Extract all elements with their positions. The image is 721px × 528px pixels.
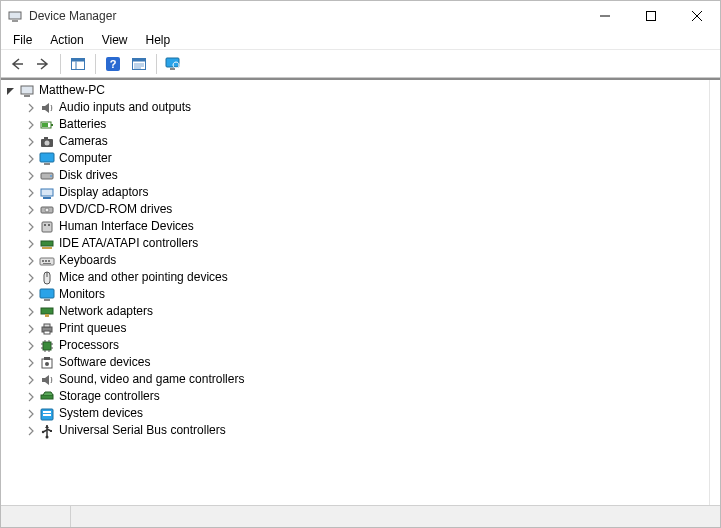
caret-right-icon[interactable] <box>25 187 37 199</box>
minimize-button[interactable] <box>582 1 628 31</box>
tree-node[interactable]: Disk drives <box>25 167 705 184</box>
svg-rect-43 <box>43 263 51 264</box>
caret-right-icon[interactable] <box>25 221 37 233</box>
svg-rect-47 <box>44 299 50 301</box>
caret-right-icon[interactable] <box>25 136 37 148</box>
caret-right-icon[interactable] <box>25 391 37 403</box>
caret-right-icon[interactable] <box>25 340 37 352</box>
toolbar-show-hide-tree-button[interactable] <box>66 53 90 75</box>
toolbar-back-button[interactable] <box>5 53 29 75</box>
toolbar-forward-button[interactable] <box>31 53 55 75</box>
toolbar-properties-button[interactable] <box>127 53 151 75</box>
window-title: Device Manager <box>29 9 116 23</box>
tree-node[interactable]: Monitors <box>25 286 705 303</box>
maximize-button[interactable] <box>628 1 674 31</box>
caret-right-icon[interactable] <box>25 272 37 284</box>
caret-right-icon[interactable] <box>25 357 37 369</box>
tree-node[interactable]: IDE ATA/ATAPI controllers <box>25 235 705 252</box>
ide-icon <box>39 236 55 252</box>
toolbar-help-button[interactable]: ? <box>101 53 125 75</box>
svg-rect-51 <box>44 324 50 327</box>
svg-point-71 <box>42 430 44 432</box>
tree-node-label: Software devices <box>59 354 150 371</box>
tree-node[interactable]: System devices <box>25 405 705 422</box>
svg-rect-7 <box>72 58 85 61</box>
tree-node[interactable]: Network adapters <box>25 303 705 320</box>
tree-node[interactable]: Keyboards <box>25 252 705 269</box>
content-area: Matthew-PC Audio inputs and outputsBatte… <box>1 78 720 505</box>
battery-icon <box>39 117 55 133</box>
system-icon <box>39 406 55 422</box>
caret-right-icon[interactable] <box>25 255 37 267</box>
caret-right-icon[interactable] <box>25 374 37 386</box>
device-manager-window: Device Manager File Action View Help ? <box>0 0 721 528</box>
tree-node[interactable]: Sound, video and game controllers <box>25 371 705 388</box>
caret-right-icon[interactable] <box>25 238 37 250</box>
caret-right-icon[interactable] <box>25 204 37 216</box>
svg-point-70 <box>46 435 49 438</box>
svg-rect-40 <box>42 260 44 262</box>
tree-node[interactable]: Mice and other pointing devices <box>25 269 705 286</box>
svg-rect-63 <box>44 357 50 360</box>
properties-icon <box>131 56 147 72</box>
caret-right-icon[interactable] <box>25 153 37 165</box>
tree-node[interactable]: Display adaptors <box>25 184 705 201</box>
tree-node[interactable]: Storage controllers <box>25 388 705 405</box>
tree-node-label: Keyboards <box>59 252 116 269</box>
tree-node[interactable]: Software devices <box>25 354 705 371</box>
tree-root-node[interactable]: Matthew-PC <box>5 82 705 99</box>
optical-drive-icon <box>39 202 55 218</box>
menu-file[interactable]: File <box>5 32 40 48</box>
svg-rect-21 <box>51 124 53 126</box>
tree-node[interactable]: Computer <box>25 150 705 167</box>
tree-node[interactable]: Universal Serial Bus controllers <box>25 422 705 439</box>
tree-node-label: System devices <box>59 405 143 422</box>
tree-node-label: Cameras <box>59 133 108 150</box>
svg-rect-17 <box>170 68 175 70</box>
processor-icon <box>39 338 55 354</box>
menu-view[interactable]: View <box>94 32 136 48</box>
svg-rect-30 <box>41 189 53 196</box>
svg-rect-22 <box>42 123 48 127</box>
caret-right-icon[interactable] <box>25 306 37 318</box>
menu-help[interactable]: Help <box>138 32 179 48</box>
help-icon: ? <box>105 56 121 72</box>
caret-right-icon[interactable] <box>25 289 37 301</box>
close-button[interactable] <box>674 1 720 31</box>
toolbar-scan-button[interactable] <box>162 53 186 75</box>
monitor-icon <box>39 287 55 303</box>
statusbar-cell <box>1 506 71 527</box>
toolbar: ? <box>1 50 720 78</box>
tree-node[interactable]: DVD/CD-ROM drives <box>25 201 705 218</box>
tree-node[interactable]: Human Interface Devices <box>25 218 705 235</box>
tree-node[interactable]: Batteries <box>25 116 705 133</box>
svg-rect-68 <box>43 414 51 416</box>
caret-right-icon[interactable] <box>25 170 37 182</box>
tree-node-label: Network adapters <box>59 303 153 320</box>
svg-rect-31 <box>43 197 51 199</box>
audio-icon <box>39 100 55 116</box>
menu-action[interactable]: Action <box>42 32 91 48</box>
svg-rect-12 <box>133 58 146 61</box>
tree-node-label: DVD/CD-ROM drives <box>59 201 172 218</box>
caret-right-icon[interactable] <box>25 425 37 437</box>
svg-rect-18 <box>21 86 33 94</box>
caret-right-icon[interactable] <box>25 408 37 420</box>
software-icon <box>39 355 55 371</box>
tree-node[interactable]: Processors <box>25 337 705 354</box>
mouse-icon <box>39 270 55 286</box>
menubar: File Action View Help <box>1 31 720 50</box>
tree-node[interactable]: Audio inputs and outputs <box>25 99 705 116</box>
tree-node[interactable]: Print queues <box>25 320 705 337</box>
caret-down-icon[interactable] <box>5 85 17 97</box>
monitor-icon <box>39 151 55 167</box>
network-icon <box>39 304 55 320</box>
tree-node[interactable]: Cameras <box>25 133 705 150</box>
device-tree[interactable]: Matthew-PC Audio inputs and outputsBatte… <box>1 80 710 505</box>
keyboard-icon <box>39 253 55 269</box>
tree-node-label: Human Interface Devices <box>59 218 194 235</box>
svg-rect-35 <box>44 224 46 226</box>
caret-right-icon[interactable] <box>25 119 37 131</box>
caret-right-icon[interactable] <box>25 102 37 114</box>
caret-right-icon[interactable] <box>25 323 37 335</box>
